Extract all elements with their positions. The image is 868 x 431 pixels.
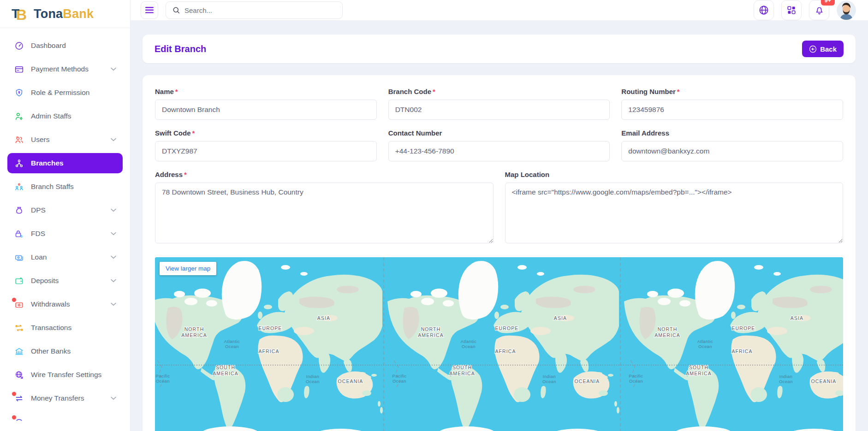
svg-text:T: T [12, 6, 19, 21]
globe-arrow-icon [14, 370, 24, 380]
sidebar-nav: Dashboard Payment Methods Role & Permiss… [0, 28, 130, 431]
sidebar-item-branches[interactable]: Branches [7, 153, 123, 173]
sidebar-item-label: Dashboard [31, 41, 66, 50]
swift-code-label: Swift Code* [155, 129, 377, 137]
sidebar-item-label: FDS [31, 230, 45, 238]
sidebar-item-other-banks[interactable]: Other Banks [7, 341, 123, 361]
main-area: 9+ Edit Branch Back [131, 0, 868, 431]
email-address-label: Email Address [621, 129, 843, 137]
sidebar-item-dps[interactable]: DPS [7, 200, 123, 220]
globe-icon [758, 5, 769, 16]
field-branch-code: Branch Code* [388, 88, 610, 120]
chevron-down-icon [111, 232, 116, 236]
topbar-actions: 9+ [754, 0, 856, 20]
notifications-button[interactable]: 9+ [809, 0, 829, 20]
branch-code-input[interactable] [388, 100, 610, 120]
cash-icon [14, 252, 24, 262]
sidebar-item-admin-staffs[interactable]: Admin Staffs [7, 106, 123, 126]
branch-code-label: Branch Code* [388, 88, 610, 95]
routing-number-input[interactable] [621, 100, 843, 120]
contact-number-label: Contact Number [388, 129, 610, 137]
sidebar-item-branch-staffs[interactable]: Branch Staffs [7, 177, 123, 197]
search-input[interactable] [184, 6, 336, 14]
withdrawal-banknote-icon [14, 299, 24, 309]
partial-icon [14, 417, 24, 427]
bell-icon [814, 5, 825, 16]
sidebar-item-label: Role & Permission [31, 89, 90, 97]
sidebar-item-label: Payment Methods [31, 65, 89, 73]
name-input[interactable] [155, 100, 377, 120]
transfer-arrows-icon [14, 393, 24, 403]
sidebar-item-label: Admin Staffs [31, 112, 71, 120]
sidebar-item-payment-methods[interactable]: Payment Methods [7, 59, 123, 79]
sidebar-item-users[interactable]: Users [7, 130, 123, 150]
sidebar-item-label: Money Transfers [31, 394, 84, 402]
map-embed[interactable]: ASIA EUROPE NORTH AMERICA AFRICA SOUTH A… [155, 257, 843, 431]
sidebar-item-transactions[interactable]: Transactions [7, 318, 123, 338]
chevron-down-icon [111, 255, 116, 259]
field-swift-code: Swift Code* [155, 129, 377, 161]
name-label: Name* [155, 88, 377, 95]
transactions-arrows-icon [14, 323, 24, 333]
sidebar-item-label: Branch Staffs [31, 183, 74, 191]
dashboard-icon [14, 41, 24, 51]
apps-grid-icon [786, 5, 797, 15]
chevron-down-icon [111, 279, 116, 283]
bank-building-icon [14, 346, 24, 356]
users-icon [14, 135, 24, 145]
sidebar-item-partial[interactable] [7, 412, 123, 431]
world-map-canvas[interactable]: ASIA EUROPE NORTH AMERICA AFRICA SOUTH A… [155, 257, 843, 431]
money-bag-icon [14, 205, 24, 215]
wallet-icon [14, 276, 24, 286]
chevron-down-icon [111, 67, 116, 71]
sidebar-item-label: Transactions [31, 324, 71, 332]
user-avatar[interactable] [837, 0, 856, 20]
sidebar-item-dashboard[interactable]: Dashboard [7, 35, 123, 56]
sidebar-item-label: Users [31, 136, 49, 144]
page-content: Edit Branch Back Name* Branch Code* [131, 21, 868, 431]
address-label: Address* [155, 171, 493, 178]
sidebar-item-deposits[interactable]: Deposits [7, 271, 123, 291]
address-textarea[interactable]: 78 Downtown Street, Business Hub, Countr… [155, 183, 493, 243]
field-email-address: Email Address [621, 129, 843, 161]
sidebar-item-label: Loan [31, 253, 47, 261]
sidebar-item-label: Wire Transfer Settings [31, 371, 101, 379]
sidebar-item-role-permission[interactable]: Role & Permission [7, 83, 123, 103]
back-button[interactable]: Back [802, 41, 844, 57]
lock-dollar-icon: $ [14, 229, 24, 239]
view-larger-map-link[interactable]: View larger map [160, 262, 216, 275]
sidebar-item-fds[interactable]: $ FDS [7, 224, 123, 244]
notification-count-badge: 9+ [821, 0, 835, 6]
apps-button[interactable] [781, 0, 802, 20]
language-button[interactable] [754, 0, 774, 20]
email-address-input[interactable] [621, 141, 843, 161]
sidebar-item-label: Branches [31, 159, 64, 167]
routing-number-label: Routing Number* [621, 88, 843, 95]
page-title: Edit Branch [155, 44, 206, 54]
map-location-textarea[interactable]: <iframe src="https://www.google.com/maps… [505, 183, 844, 243]
hamburger-menu-button[interactable] [141, 1, 158, 19]
app-window: B T TonaBank Dashboard Payment Methods [0, 0, 868, 431]
back-arrow-icon [809, 45, 817, 53]
field-address: Address* 78 Downtown Street, Business Hu… [155, 171, 493, 245]
search-icon [172, 6, 180, 14]
chevron-down-icon [111, 396, 116, 400]
contact-number-input[interactable] [388, 141, 610, 161]
search-box [166, 1, 343, 19]
swift-code-input[interactable] [155, 141, 377, 161]
chevron-down-icon [111, 138, 116, 142]
sidebar-item-label: Withdrawals [31, 300, 70, 308]
sidebar-item-money-transfers[interactable]: Money Transfers [7, 388, 123, 408]
sidebar-item-wire-transfer-settings[interactable]: Wire Transfer Settings [7, 365, 123, 385]
page-header-card: Edit Branch Back [143, 35, 856, 63]
sidebar-item-withdrawals[interactable]: Withdrawals [7, 294, 123, 314]
brand-logo[interactable]: B T TonaBank [0, 0, 130, 28]
admin-user-gear-icon [14, 111, 24, 121]
sidebar-item-loan[interactable]: Loan [7, 247, 123, 267]
topbar: 9+ [131, 0, 868, 21]
sidebar-item-label: Deposits [31, 277, 59, 285]
shield-icon [14, 88, 24, 98]
field-contact-number: Contact Number [388, 129, 610, 161]
sidebar-item-label: DPS [31, 206, 46, 214]
branches-network-icon [14, 158, 24, 168]
